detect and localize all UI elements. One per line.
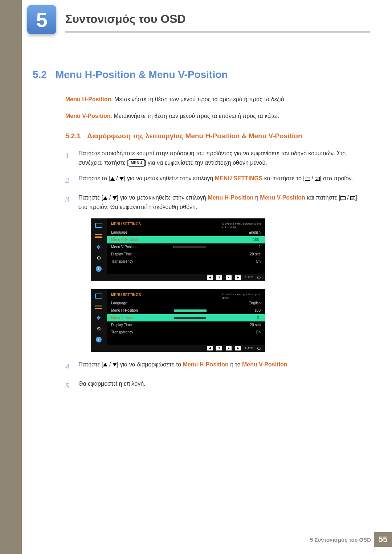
sidebar-stripe [0,0,22,554]
auto-label: AUTO [245,346,253,350]
list-icon [95,233,103,239]
chapter-badge: 5 [27,5,56,34]
gear-icon: ⚙ [95,255,103,261]
osd-row-transparency: Transparency On [107,329,265,336]
step-3-body: Πατήστε [ / ] για να μετακινηθείτε στην … [78,193,367,212]
gear-icon: ⚙ [95,325,103,332]
osd-row-v-position: Menu V-Position 2 [107,243,265,251]
section-title: Menu H-Position & Menu V-Position [56,69,228,81]
desc-h-text: : Μετακινήστε τη θέση των μενού προς τα … [111,96,286,102]
rect-icon [340,196,346,200]
subsection-number: 5.2.1 [65,132,81,140]
power-icon: ⏻ [257,275,261,279]
osd-panel: ✥ ⚙ i MENU SETTINGS Language English Men… [91,218,265,281]
slider-bar [174,239,207,241]
auto-label: AUTO [245,276,253,279]
slider-bar [173,246,206,248]
section-heading: 5.2 Menu H-Position & Menu V-Position [33,69,367,81]
chapter-number: 5 [36,8,47,32]
move-icon: ✥ [95,315,103,321]
nav-left-icon: ◀ [207,346,213,350]
nav-right-icon: ▶ [235,275,241,280]
section-number: 5.2 [33,69,47,81]
osd-screenshot-2: ✥ ⚙ i MENU SETTINGS Language English Men… [91,289,367,352]
osd-panel: ✥ ⚙ i MENU SETTINGS Language English Men… [91,289,265,352]
step-1: 1 Πατήστε οποιοδήποτε κουμπί στην πρόσοψ… [65,149,367,167]
osd-row-display-time: Display Time 20 sec [107,251,265,258]
subsection-heading: 5.2.1 Διαμόρφωση της λειτουργίας Menu H-… [65,132,367,140]
triangle-down-icon [113,196,117,200]
step-2-body: Πατήστε το [ / ] για να μετακινηθείτε στ… [78,174,367,186]
nav-down-icon: ▼ [216,346,222,350]
triangle-up-icon [110,177,115,181]
step-1-body: Πατήστε οποιοδήποτε κουμπί στην πρόσοψη … [78,149,367,167]
desc-h-label: Menu H-Position [65,96,111,102]
step-4: 4 Πατήστε [ / ] για να διαμορφώσετε το M… [65,360,367,373]
osd-icon-column: ✥ ⚙ i [91,289,107,352]
triangle-up-icon [103,363,107,366]
page-footer: 5 Συντονισμός του OSD 55 [22,532,392,547]
nav-down-icon: ▼ [216,275,222,280]
osd-help-text: Move the menu position to the left or ri… [222,222,262,230]
slider-bar [174,309,207,312]
power-icon: ⏻ [257,346,261,350]
move-icon: ✥ [95,244,103,250]
step-3: 3 Πατήστε [ / ] για να μετακινηθείτε στη… [65,193,367,212]
triangle-up-icon [103,196,107,200]
desc-v-text: : Μετακινήστε τη θέση των μενού προς τα … [110,113,279,119]
osd-row-language: Language English [107,300,265,307]
osd-screenshot-1: ✥ ⚙ i MENU SETTINGS Language English Men… [91,218,367,281]
info-icon: i [95,336,103,343]
footer-text: 5 Συντονισμός του OSD [310,537,371,543]
list-icon [95,304,103,310]
desc-v-label: Menu V-Position [65,113,110,119]
triangle-down-icon [119,177,124,181]
desc-v: Menu V-Position: Μετακινήστε τη θέση των… [65,112,367,120]
step-2-num: 2 [65,174,72,186]
content: 5.2 Menu H-Position & Menu V-Position Me… [33,69,367,398]
osd-row-language: Language English [107,229,265,236]
step-5-num: 5 [65,379,72,392]
monitor-icon [95,222,103,229]
footer-page-number: 55 [374,532,392,547]
osd-row-h-position: Menu H-Position 100 [107,236,265,243]
step-5: 5 Θα εφαρμοστεί η επιλογή. [65,379,367,392]
step-3-num: 3 [65,193,72,212]
slider-bar [173,317,206,319]
info-icon: i [95,266,103,272]
desc-h: Menu H-Position: Μετακινήστε τη θέση των… [65,95,367,104]
rect-enter-icon [350,196,355,200]
osd-row-v-position: Menu V-Position 2 [107,314,265,321]
menu-button-inline: MENU [129,159,144,167]
osd-help-text: Move the menu position up or down. [222,293,262,300]
nav-left-icon: ◀ [207,275,213,280]
nav-up-icon: ▲ [226,346,232,350]
monitor-icon [95,293,103,299]
triangle-down-icon [113,363,117,366]
osd-row-transparency: Transparency On [107,258,265,265]
step-2: 2 Πατήστε το [ / ] για να μετακινηθείτε … [65,174,367,186]
step-5-body: Θα εφαρμοστεί η επιλογή. [78,379,367,392]
subsection-title: Διαμόρφωση της λειτουργίας Menu H-Positi… [87,132,302,140]
osd-footer: ◀ ▼ ▲ ▶ AUTO ⏻ [107,274,265,281]
osd-footer: ◀ ▼ ▲ ▶ AUTO ⏻ [107,345,265,352]
rect-enter-icon [315,177,320,181]
step-4-body: Πατήστε [ / ] για να διαμορφώσετε το Men… [78,360,367,373]
osd-row-h-position: Menu H-Position 100 [107,307,265,314]
title-underline [65,31,370,33]
osd-row-display-time: Display Time 20 sec [107,321,265,329]
nav-right-icon: ▶ [235,346,241,350]
nav-up-icon: ▲ [226,275,232,280]
step-1-num: 1 [65,149,72,167]
osd-icon-column: ✥ ⚙ i [91,218,107,281]
step-4-num: 4 [65,360,72,373]
chapter-title: Συντονισμός του OSD [65,12,186,26]
rect-icon [305,177,310,181]
